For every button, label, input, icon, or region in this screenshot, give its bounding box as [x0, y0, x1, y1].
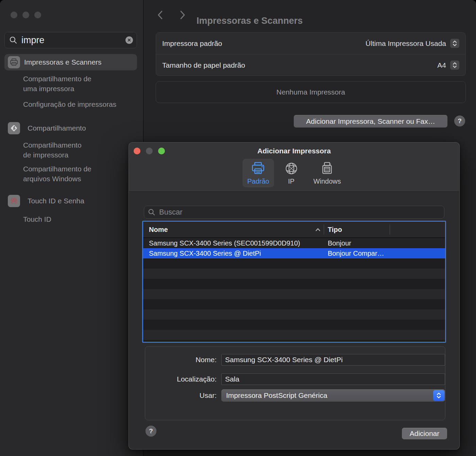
empty-row	[143, 258, 445, 269]
page-title: Impressoras e Scanners	[197, 16, 303, 26]
location-label: Localização:	[145, 375, 217, 383]
sidebar-item-touchid-password[interactable]: Touch ID e Senha	[8, 195, 84, 207]
tab-label: Windows	[313, 178, 341, 185]
sidebar: Impressoras e Scanners Compartilhamento …	[0, 0, 143, 456]
printer-icon	[251, 162, 266, 175]
sidebar-search-field[interactable]	[4, 32, 137, 48]
forward-icon[interactable]	[177, 10, 187, 20]
name-label: Nome:	[145, 356, 217, 364]
sidebar-item-label: Compartilhamento	[28, 124, 86, 132]
default-printer-value[interactable]: Última Impressora Usada	[366, 39, 446, 48]
sidebar-item-printer-config[interactable]: Configuração de impressoras	[23, 99, 135, 109]
fingerprint-icon	[8, 195, 20, 207]
default-printer-row: Impressora padrão Última Impressora Usad…	[156, 33, 465, 54]
tab-default[interactable]: Padrão	[242, 159, 274, 187]
name-field[interactable]	[221, 354, 445, 366]
paper-size-stepper-icon[interactable]	[450, 61, 459, 70]
paper-size-value[interactable]: A4	[437, 61, 446, 69]
table-empty-rows	[143, 258, 445, 340]
sidebar-item-sharing-printer[interactable]: Compartilhamento de impressora	[23, 140, 135, 160]
sidebar-item-sharing[interactable]: Compartilhamento	[8, 122, 86, 134]
table-row[interactable]: Samsung SCX-3400 Series (SEC001599D0D910…	[143, 238, 445, 248]
windows-printer-icon	[320, 162, 334, 175]
sidebar-item-touchid[interactable]: Touch ID	[23, 214, 135, 224]
globe-icon	[284, 162, 299, 175]
tab-label: IP	[288, 178, 294, 185]
dialog-toolbar: Padrão IP	[129, 159, 459, 187]
use-label: Usar:	[145, 391, 217, 400]
minimize-button[interactable]	[22, 12, 29, 18]
empty-row	[143, 299, 445, 309]
driver-select-value: Impressora PostScript Genérica	[226, 391, 327, 400]
paper-size-label: Tamanho de papel padrão	[162, 61, 437, 69]
search-icon	[148, 208, 155, 216]
use-row: Usar: Impressora PostScript Genérica	[145, 389, 445, 402]
default-printer-stepper-icon[interactable]	[450, 39, 459, 48]
table-header: Nome Tipo	[143, 222, 445, 238]
sort-ascending-icon	[315, 228, 321, 232]
empty-row	[143, 279, 445, 289]
empty-row	[143, 330, 445, 340]
name-row: Nome:	[145, 354, 445, 366]
location-row: Localização:	[145, 373, 445, 385]
screen: Impressoras e Scanners Compartilhamento …	[0, 0, 476, 456]
empty-row	[143, 309, 445, 320]
sidebar-item-label: Touch ID e Senha	[28, 197, 84, 205]
search-input[interactable]	[21, 35, 125, 46]
select-chevrons-icon	[433, 390, 444, 401]
close-button[interactable]	[11, 12, 17, 18]
sharing-icon	[8, 122, 20, 134]
default-printer-label: Impressora padrão	[162, 39, 366, 48]
add-printer-dialog: Adicionar Impressora Padrão	[129, 142, 460, 450]
dialog-title: Adicionar Impressora	[129, 147, 459, 155]
empty-row	[143, 289, 445, 299]
zoom-button[interactable]	[34, 12, 41, 18]
empty-row	[143, 269, 445, 279]
dialog-add-button[interactable]: Adicionar	[402, 428, 447, 439]
sidebar-item-printers-scanners[interactable]: Impressoras e Scanners	[4, 54, 137, 70]
sidebar-item-label: Impressoras e Scanners	[24, 58, 102, 66]
clear-search-icon[interactable]	[125, 36, 133, 44]
tab-label: Padrão	[247, 178, 269, 185]
back-icon[interactable]	[156, 10, 165, 20]
printer-preferences-card: Impressora padrão Última Impressora Usad…	[156, 32, 466, 76]
add-printer-button[interactable]: Adicionar Impressora, Scanner ou Fax…	[294, 115, 447, 128]
empty-row	[143, 320, 445, 330]
search-icon	[9, 36, 17, 44]
dialog-body: Nome Tipo Samsung SCX-3400 Series (SEC00…	[129, 191, 459, 449]
no-printer-placeholder: Nenhuma Impressora	[156, 81, 466, 103]
printer-table: Nome Tipo Samsung SCX-3400 Series (SEC00…	[142, 221, 446, 343]
table-row-selected[interactable]: Samsung SCX-3400 Series @ DietPi Bonjour…	[143, 248, 445, 258]
no-printer-text: Nenhuma Impressora	[276, 88, 345, 96]
help-button[interactable]: ?	[454, 116, 465, 126]
location-field[interactable]	[221, 373, 445, 385]
tab-ip[interactable]: IP	[279, 159, 303, 187]
printer-search-field[interactable]	[144, 206, 444, 219]
printer-icon	[8, 56, 20, 68]
printer-details-form: Nome: Localização: Usar: Impressora Post…	[145, 346, 445, 420]
column-header-tipo[interactable]: Tipo	[324, 224, 390, 235]
printer-search-input[interactable]	[158, 207, 444, 217]
dialog-help-button[interactable]: ?	[146, 426, 156, 437]
sidebar-item-printer-sharing[interactable]: Compartilhamento de uma impressora	[23, 74, 135, 94]
sidebar-item-sharing-windows-files[interactable]: Compartilhamento de arquivos Windows	[23, 164, 135, 184]
tab-windows[interactable]: Windows	[309, 159, 346, 187]
column-header-nome[interactable]: Nome	[143, 224, 324, 235]
paper-size-row: Tamanho de papel padrão A4	[156, 54, 465, 76]
driver-select[interactable]: Impressora PostScript Genérica	[221, 389, 445, 402]
